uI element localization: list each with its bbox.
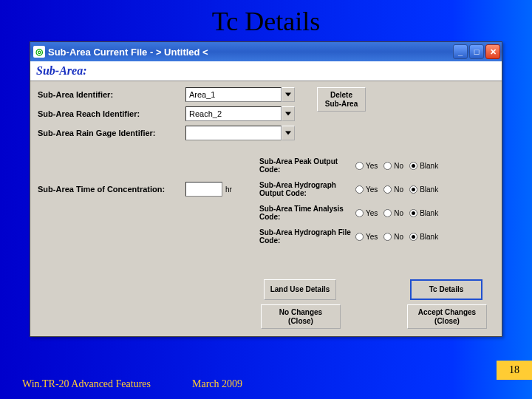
hydrograph-file-label: Sub-Area Hydrograph File Code: xyxy=(259,228,355,245)
radio-label-no: No xyxy=(394,209,403,217)
sub-header: Sub-Area: xyxy=(30,61,502,81)
peak-no[interactable]: No xyxy=(383,162,403,170)
time-no[interactable]: No xyxy=(383,209,403,217)
chevron-down-icon xyxy=(285,131,291,135)
radio-label-blank: Blank xyxy=(420,233,438,241)
maximize-button[interactable]: □ xyxy=(469,44,484,59)
footer-center: March 2009 xyxy=(192,378,242,390)
radio-label-yes: Yes xyxy=(366,209,378,217)
hydro-no[interactable]: No xyxy=(383,185,403,194)
identifier-dropdown-button[interactable] xyxy=(282,87,295,102)
hydrograph-file-row: Sub-Area Hydrograph File Code: Yes No Bl… xyxy=(259,225,494,248)
window-title: Sub-Area Current File - > Untitled < xyxy=(48,47,450,58)
time-analysis-row: Sub-Area Time Analysis Code: Yes No Blan… xyxy=(259,201,494,225)
land-use-details-button[interactable]: Land Use Details xyxy=(264,279,336,300)
minimize-button[interactable]: _ xyxy=(453,44,468,59)
identifier-combo[interactable] xyxy=(185,87,295,102)
accept-changes-close-button[interactable]: Accept Changes (Close) xyxy=(407,304,487,329)
reach-dropdown-button[interactable] xyxy=(282,106,295,121)
slide-number: 18 xyxy=(497,361,532,380)
file-yes[interactable]: Yes xyxy=(355,233,378,241)
sub-header-text: Sub-Area: xyxy=(36,64,86,77)
radio-label-blank: Blank xyxy=(420,209,438,217)
radio-label-no: No xyxy=(394,185,403,194)
button-row-1: Land Use Details Tc Details xyxy=(38,279,494,300)
radio-label-no: No xyxy=(394,233,403,241)
form-area: Sub-Area Identifier: Sub-Area Reach Iden… xyxy=(30,81,502,336)
reach-row: Sub-Area Reach Identifier: xyxy=(38,106,494,121)
no-changes-close-button[interactable]: No Changes (Close) xyxy=(261,304,341,329)
reach-label: Sub-Area Reach Identifier: xyxy=(38,109,185,118)
rain-combo[interactable] xyxy=(185,126,295,140)
identifier-row: Sub-Area Identifier: xyxy=(38,87,494,102)
toc-unit: hr xyxy=(225,185,232,194)
radio-label-blank: Blank xyxy=(420,185,438,194)
radio-label-yes: Yes xyxy=(366,233,378,241)
time-analysis-radios: Yes No Blank xyxy=(355,209,438,217)
time-yes[interactable]: Yes xyxy=(355,209,378,217)
radio-label-yes: Yes xyxy=(366,162,378,170)
hydrograph-file-radios: Yes No Blank xyxy=(355,233,438,241)
delete-sub-area-button[interactable]: Delete Sub-Area xyxy=(317,87,366,112)
hydrograph-output-row: Sub-Area Hydrograph Output Code: Yes No … xyxy=(259,177,494,201)
identifier-input[interactable] xyxy=(185,87,282,102)
window-controls: _ □ ✕ xyxy=(453,44,500,59)
toc-input[interactable] xyxy=(185,182,222,197)
close-button[interactable]: ✕ xyxy=(485,44,500,59)
rain-label: Sub-Area Rain Gage Identifier: xyxy=(38,129,185,137)
file-blank[interactable]: Blank xyxy=(409,233,438,241)
tc-details-button[interactable]: Tc Details xyxy=(410,279,482,300)
chevron-down-icon xyxy=(285,92,291,97)
peak-yes[interactable]: Yes xyxy=(355,162,378,170)
peak-output-label: Sub-Area Peak Output Code: xyxy=(259,157,355,174)
identifier-label: Sub-Area Identifier: xyxy=(38,90,185,99)
toc-label: Sub-Area Time of Concentration: xyxy=(38,185,185,194)
peak-output-radios: Yes No Blank xyxy=(355,162,438,170)
time-analysis-label: Sub-Area Time Analysis Code: xyxy=(259,205,355,221)
slide-title: Tc Details xyxy=(0,0,532,41)
hydro-yes[interactable]: Yes xyxy=(355,185,378,194)
rain-input[interactable] xyxy=(185,126,282,140)
radio-label-blank: Blank xyxy=(420,162,438,170)
radio-label-no: No xyxy=(394,162,403,170)
reach-input[interactable] xyxy=(185,106,282,121)
footer-left: Win.TR-20 Advanced Features xyxy=(22,378,151,390)
hydro-blank[interactable]: Blank xyxy=(409,185,438,194)
codes-panel: Sub-Area Peak Output Code: Yes No Blank … xyxy=(259,154,494,248)
radio-label-yes: Yes xyxy=(366,185,378,194)
file-no[interactable]: No xyxy=(383,233,403,241)
rain-dropdown-button[interactable] xyxy=(282,126,295,140)
chevron-down-icon xyxy=(285,112,291,116)
peak-output-row: Sub-Area Peak Output Code: Yes No Blank xyxy=(259,154,494,177)
app-icon: ◎ xyxy=(33,46,45,58)
time-blank[interactable]: Blank xyxy=(409,209,438,217)
hydrograph-output-radios: Yes No Blank xyxy=(355,185,438,194)
peak-blank[interactable]: Blank xyxy=(409,162,438,170)
sub-area-window: ◎ Sub-Area Current File - > Untitled < _… xyxy=(30,41,502,337)
rain-row: Sub-Area Rain Gage Identifier: xyxy=(38,126,494,140)
reach-combo[interactable] xyxy=(185,106,295,121)
button-row-2: No Changes (Close) Accept Changes (Close… xyxy=(38,304,494,329)
titlebar: ◎ Sub-Area Current File - > Untitled < _… xyxy=(30,42,502,61)
hydrograph-output-label: Sub-Area Hydrograph Output Code: xyxy=(259,181,355,197)
